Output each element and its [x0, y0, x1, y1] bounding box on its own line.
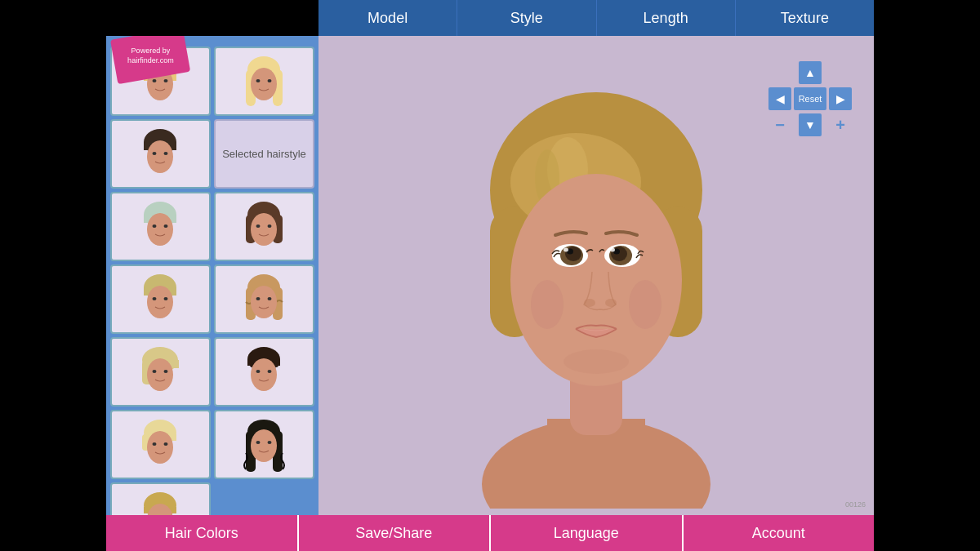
svg-point-19	[153, 224, 157, 228]
preview-area: ▲ ◀ Reset ▶ ▼ − +	[318, 36, 874, 515]
hairstyle-11-preview	[138, 416, 183, 473]
svg-point-55	[164, 442, 168, 446]
hairstyle-12-preview	[242, 416, 287, 473]
svg-point-9	[256, 79, 261, 82]
svg-point-53	[147, 431, 173, 464]
svg-point-61	[268, 441, 272, 444]
hairstyle-3-preview	[138, 126, 183, 183]
hairstyle-9[interactable]	[110, 337, 211, 407]
tab-account[interactable]: Account	[684, 515, 875, 551]
hairstyle-grid: Selected hairstyle	[110, 43, 314, 515]
svg-point-84	[564, 247, 568, 251]
svg-point-49	[268, 370, 272, 373]
svg-point-29	[147, 286, 173, 318]
arrow-left-button[interactable]: ◀	[768, 87, 791, 110]
tab-model[interactable]: Model	[318, 0, 457, 36]
hairstyle-10[interactable]	[214, 337, 314, 407]
svg-point-4	[164, 79, 168, 82]
arrow-down-button[interactable]: ▼	[799, 113, 822, 136]
hairstyle-8-preview	[242, 271, 287, 328]
hairstyle-12[interactable]	[214, 410, 314, 479]
svg-point-91	[605, 299, 617, 307]
hairstyle-5[interactable]	[110, 192, 211, 261]
hairstyle-13[interactable]	[110, 482, 211, 515]
logo-text: Powered by hairfinder.com	[127, 47, 174, 65]
face-illustration	[441, 43, 751, 509]
arrow-right-button[interactable]: ▶	[829, 87, 852, 110]
svg-point-10	[268, 79, 272, 82]
tab-style[interactable]: Style	[457, 0, 596, 36]
svg-point-24	[251, 213, 277, 246]
hairstyle-7-preview	[138, 271, 183, 328]
zoom-in-button[interactable]: +	[829, 113, 852, 136]
top-nav-spacer	[106, 0, 318, 36]
svg-point-18	[147, 213, 173, 246]
top-navigation: Model Style Length Texture	[106, 0, 874, 36]
svg-point-92	[564, 349, 629, 374]
svg-point-54	[153, 442, 157, 446]
zoom-out-button[interactable]: −	[768, 113, 791, 136]
reset-button[interactable]: Reset	[794, 87, 826, 110]
hairstyle-7[interactable]	[110, 264, 211, 334]
svg-point-14	[153, 152, 157, 155]
svg-point-31	[164, 297, 168, 300]
svg-point-36	[256, 297, 261, 300]
hairstyle-6[interactable]	[214, 192, 314, 261]
svg-point-25	[256, 224, 261, 228]
svg-point-13	[147, 140, 173, 173]
hairstyle-2[interactable]	[214, 47, 314, 116]
svg-point-15	[164, 152, 168, 155]
svg-point-78	[531, 280, 564, 329]
svg-point-47	[251, 358, 277, 391]
svg-point-3	[153, 79, 157, 82]
watermark: 00126	[845, 500, 866, 509]
svg-point-8	[251, 68, 277, 100]
svg-point-43	[164, 370, 168, 373]
hairstyle-3[interactable]	[110, 119, 211, 189]
hairstyle-13-preview	[138, 489, 183, 516]
svg-point-60	[256, 441, 261, 444]
svg-point-37	[268, 297, 272, 300]
tab-hair-colors[interactable]: Hair Colors	[106, 515, 299, 551]
arrow-up-button[interactable]: ▲	[799, 61, 822, 84]
hairstyle-6-preview	[242, 198, 287, 256]
tab-texture[interactable]: Texture	[736, 0, 874, 36]
hairstyle-selected-placeholder[interactable]: Selected hairstyle	[214, 119, 314, 189]
bottom-navigation: Hair Colors Save/Share Language Account	[106, 515, 874, 551]
svg-point-42	[153, 370, 157, 373]
svg-point-20	[164, 224, 168, 228]
hairstyle-2-preview	[242, 53, 287, 110]
svg-point-35	[251, 286, 277, 318]
svg-point-26	[268, 224, 272, 228]
hairstyle-sidebar: Powered by hairfinder.com	[106, 36, 318, 515]
hairstyle-11[interactable]	[110, 410, 211, 479]
svg-point-48	[256, 370, 261, 373]
main-face-preview	[441, 43, 751, 509]
svg-point-30	[153, 297, 157, 300]
navigation-arrows: ▲ ◀ Reset ▶ ▼ − +	[768, 60, 858, 134]
top-nav-tabs: Model Style Length Texture	[318, 0, 874, 36]
svg-point-59	[251, 429, 277, 462]
tab-save-share[interactable]: Save/Share	[299, 515, 492, 551]
svg-point-41	[147, 358, 173, 391]
svg-point-79	[629, 280, 662, 329]
tab-length[interactable]: Length	[597, 0, 736, 36]
hairstyle-8[interactable]	[214, 264, 314, 334]
hairstyle-10-preview	[242, 344, 287, 401]
svg-point-89	[610, 247, 615, 251]
hairstyle-5-preview	[138, 198, 183, 256]
tab-language[interactable]: Language	[491, 515, 684, 551]
main-content: Powered by hairfinder.com	[106, 36, 874, 515]
svg-point-90	[584, 299, 595, 307]
hairstyle-9-preview	[138, 344, 183, 401]
